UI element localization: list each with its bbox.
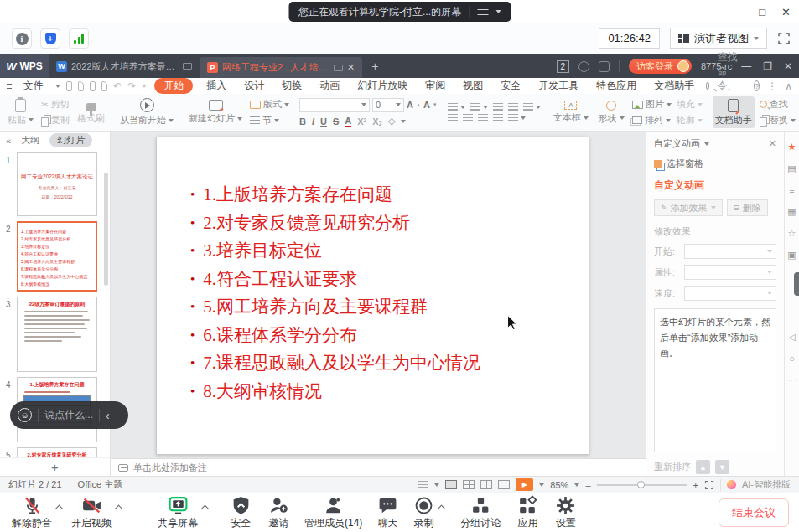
paste-button[interactable]: 粘贴 [5,96,36,128]
replace-button[interactable]: 替换 [760,114,796,127]
align-left-button[interactable] [448,114,458,121]
package-pane-icon[interactable]: ▣ [787,250,796,261]
menu-tab-devtools[interactable]: 开发工具 [532,79,584,93]
ai-layout-button[interactable]: AI-智能排版 [742,478,791,491]
preview-icon[interactable] [101,81,107,91]
slide-editor[interactable]: •1.上版培养方案存在问题 •2.对专家反馈意见研究分析 •3.培养目标定位 •… [156,137,589,455]
meeting-protect-button[interactable]: + [40,28,60,49]
menu-tab-review[interactable]: 审阅 [419,79,451,93]
share-options-chevron[interactable] [201,504,210,513]
normal-view-icon[interactable] [445,480,457,489]
slide-sorter-icon[interactable] [463,480,475,489]
align-center-button[interactable] [463,114,473,121]
delete-effect-button[interactable]: ⊟删除 [727,199,769,216]
more-tools-icon[interactable]: ⋯ [787,374,796,385]
zoom-out-button[interactable]: – [585,480,590,490]
menu-tab-animation[interactable]: 动画 [314,79,345,93]
video-options-chevron[interactable] [115,504,123,513]
chat-button[interactable]: 聊天 [376,495,400,530]
document-tab-writer[interactable]: W 2022版人才培养方案最终版 [49,54,200,78]
collapse-panel-icon[interactable]: « [6,136,11,146]
menu-tab-assistant[interactable]: 文档助手 [648,79,700,93]
wps-logo[interactable]: W WPS [0,54,49,78]
security-button[interactable]: 安全 [229,495,253,530]
strikethrough-button[interactable]: S [333,116,339,127]
section-button[interactable]: 节 [250,114,289,127]
find-button[interactable]: 查找 [760,98,796,111]
align-right-button[interactable] [478,114,488,121]
meeting-chat-pill[interactable]: ☺ 说点什么... ‹ [10,401,128,429]
undo-icon[interactable]: ↶ [113,80,122,92]
menu-tab-apps[interactable]: 特色应用 [590,79,642,93]
subscript-button[interactable]: X₂ [372,116,382,127]
play-from-current-button[interactable]: 从当前开始 [117,96,176,128]
doc-assistant-button[interactable]: 文档助手 [713,96,755,128]
record-options-chevron[interactable] [438,504,446,513]
close-tab-icon[interactable]: ✕ [347,62,355,73]
fill-button[interactable]: 填充 [677,98,703,111]
sync-icon[interactable] [578,61,589,72]
superscript-button[interactable]: X² [357,116,366,127]
settings-pane-icon[interactable]: ≡ [789,185,794,195]
line-spacing-button[interactable] [523,103,541,111]
play-slideshow-button[interactable]: ▶ [516,478,533,491]
settings-button[interactable]: 设置 [553,495,578,530]
shapes-button[interactable]: 形状 [596,96,627,128]
increase-indent-button[interactable] [508,103,518,111]
property-select[interactable] [684,265,776,280]
start-video-button[interactable]: 开启视频 [70,495,113,530]
hamburger-icon[interactable] [7,84,12,89]
zoom-in-button[interactable]: + [693,480,698,490]
mic-options-chevron[interactable] [55,504,64,513]
document-tab-presentation[interactable]: P 网络工程专业2...人才培养方案终 ✕ [200,57,362,78]
zoom-level[interactable]: 85% [550,480,568,490]
print-icon[interactable] [90,81,96,91]
zoom-slider[interactable] [597,484,687,486]
justify-button[interactable] [493,114,503,121]
unmute-button[interactable]: 解除静音 [10,495,54,530]
share-screen-button[interactable]: 共享屏幕 [156,495,200,530]
presenter-view-button[interactable]: 演讲者视图 [670,28,767,49]
favorites-pane-icon[interactable]: ☆ [788,228,796,239]
slide-thumbnail-3[interactable]: 22级方案审订遵循的原则 [17,297,97,372]
outline-button[interactable]: 轮廓 [677,114,703,127]
underline-button[interactable]: U [320,116,327,127]
more-icon[interactable]: ⋮ [767,80,777,92]
format-painter-button[interactable]: 格式刷 [75,96,107,128]
copy-button[interactable]: 复制 [41,114,70,127]
collapse-chat-icon[interactable]: ‹ [106,409,110,422]
fullscreen-icon[interactable] [777,32,791,45]
start-select[interactable] [684,244,776,259]
invite-button[interactable]: 邀请 [267,495,291,530]
fit-to-window-icon[interactable] [704,480,714,490]
banner-menu-icon[interactable] [477,9,488,15]
add-effect-button[interactable]: ✎添加效果 [654,199,723,216]
window-count-badge[interactable]: 2 [557,60,569,73]
guest-login-button[interactable]: 访客登录 [629,59,692,74]
menu-tab-insert[interactable]: 插入 [200,79,232,93]
record-button[interactable]: 录制 [412,495,436,530]
clear-format-button[interactable]: ◇ [388,116,395,127]
meeting-info-button[interactable]: i [12,28,32,49]
tab-outline[interactable]: 大纲 [21,134,39,147]
chevron-down-icon[interactable] [142,85,147,88]
maximize-button[interactable]: □ [759,6,765,18]
breakout-rooms-button[interactable]: 分组讨论 [459,495,502,530]
gift-icon[interactable] [599,61,610,72]
speed-select[interactable] [684,286,776,301]
text-box-button[interactable]: A 文本框 [551,96,591,128]
animation-list-box[interactable]: 选中幻灯片的某个元素，然后单击“添加效果”添加动画。 [654,308,776,452]
history-icon[interactable]: ○ [789,354,795,364]
cut-button[interactable]: ✂剪切 [41,98,70,111]
decrease-indent-button[interactable] [493,103,503,111]
menu-tab-home[interactable]: 开始 [154,78,193,94]
strip-collapse-handle[interactable] [794,272,799,296]
bullets-button[interactable] [448,103,465,111]
menu-tab-security[interactable]: 安全 [495,79,527,93]
numbering-button[interactable] [470,103,488,111]
move-down-button[interactable]: ▼ [715,460,729,474]
slide-thumbnail-2-selected[interactable]: 1.上版培养方案存在问题 2.对专家反馈意见研究分析 3.培养目标定位 4.符合… [17,221,97,292]
menu-tab-design[interactable]: 设计 [238,79,270,93]
emoji-icon[interactable]: ☺ [18,408,32,422]
slide-thumbnail-1[interactable]: 网工专业2022级人才方案论证 专业负责人：付立东 日期：2022/2/22 [17,152,97,216]
